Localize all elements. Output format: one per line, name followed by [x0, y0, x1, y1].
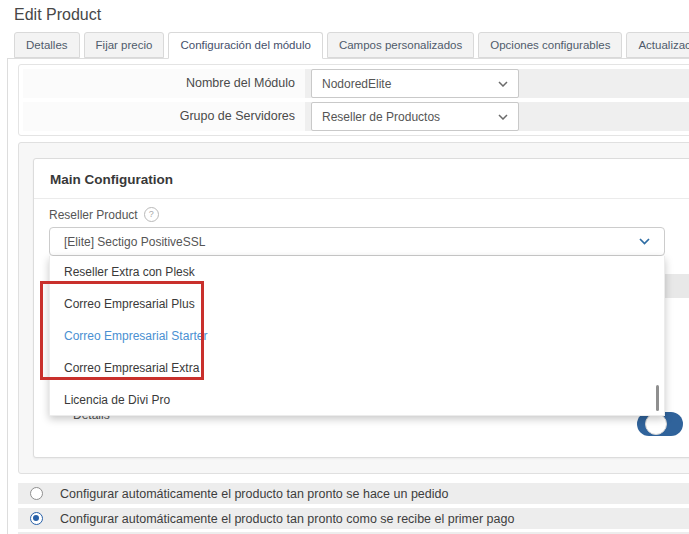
module-name-value: NodoredElite [322, 77, 391, 91]
server-group-label: Grupo de Servidores [23, 102, 305, 131]
radio-provision-on-order[interactable]: Configurar automáticamente el producto t… [18, 483, 689, 504]
dropdown-scrollbar-thumb[interactable] [656, 385, 659, 411]
radio-button-selected-icon[interactable] [30, 512, 43, 525]
background-section-strip [664, 274, 689, 298]
tab-campos-personalizados[interactable]: Campos personalizados [327, 32, 474, 58]
server-group-row: Grupo de Servidores Reseller de Producto… [23, 102, 689, 131]
page-title: Edit Product [14, 6, 101, 24]
toggle-knob [645, 413, 667, 435]
dropdown-item-correo-empresarial-plus[interactable]: Correo Empresarial Plus [50, 288, 664, 320]
tab-actualizaciones[interactable]: Actualizaciones [626, 32, 689, 58]
tab-opciones-configurables[interactable]: Opciones configurables [478, 32, 622, 58]
reseller-product-selected-value: [Elite] Sectigo PositiveSSL [64, 235, 205, 249]
server-group-select[interactable]: Reseller de Productos [311, 102, 519, 131]
dropdown-item-reseller-extra-con-plesk[interactable]: Reseller Extra con Plesk [50, 256, 664, 288]
help-icon[interactable]: ? [144, 207, 159, 222]
tab-content-panel: Nombre del Módulo NodoredElite Grupo de … [7, 58, 689, 534]
dropdown-item-licencia-de-divi-pro[interactable]: Licencia de Divi Pro [50, 384, 664, 416]
card-title: Main Configuration [34, 159, 689, 199]
tab-detalles[interactable]: Detalles [14, 32, 80, 58]
module-name-select[interactable]: NodoredElite [311, 69, 519, 98]
radio-provision-on-first-payment[interactable]: Configurar automáticamente el producto t… [18, 508, 689, 529]
reseller-product-select[interactable]: [Elite] Sectigo PositiveSSL [49, 227, 665, 256]
module-config-outer-panel: Main Configuration Reseller Product ? [E… [18, 142, 689, 474]
dropdown-item-correo-empresarial-extra[interactable]: Correo Empresarial Extra [50, 352, 664, 384]
chevron-down-icon [639, 238, 650, 245]
radio-button-icon[interactable] [30, 487, 43, 500]
module-name-row: Nombre del Módulo NodoredElite [23, 69, 689, 98]
tab-fijar-precio[interactable]: Fijar precio [84, 32, 165, 58]
reseller-product-label: Reseller Product [49, 208, 138, 222]
tab-configuracion-del-modulo[interactable]: Configuración del módulo [168, 32, 322, 59]
radio-label: Configurar automáticamente el producto t… [60, 487, 448, 501]
tab-bar: Detalles Fijar precio Configuración del … [14, 32, 689, 59]
module-settings-form: Nombre del Módulo NodoredElite Grupo de … [18, 64, 689, 136]
module-name-label: Nombre del Módulo [23, 69, 305, 98]
server-group-value: Reseller de Productos [322, 110, 440, 124]
radio-label: Configurar automáticamente el producto t… [60, 512, 514, 526]
reseller-product-dropdown: Reseller Extra con Plesk Correo Empresar… [49, 256, 665, 416]
chevron-down-icon [498, 114, 508, 120]
dropdown-item-correo-empresarial-starter[interactable]: Correo Empresarial Starter [50, 320, 664, 352]
chevron-down-icon [498, 81, 508, 87]
reseller-product-label-row: Reseller Product ? [49, 207, 159, 222]
main-configuration-card: Main Configuration Reseller Product ? [E… [33, 158, 689, 458]
